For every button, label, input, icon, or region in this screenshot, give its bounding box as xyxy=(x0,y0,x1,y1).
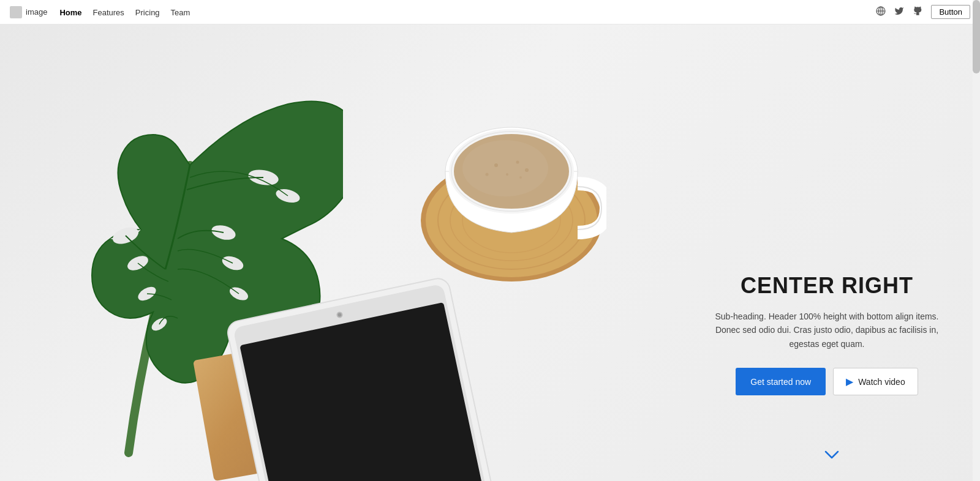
watch-video-label: Watch video xyxy=(858,377,905,387)
scrollbar-thumb[interactable] xyxy=(973,0,980,73)
svg-point-20 xyxy=(462,140,548,196)
hero-content: CENTER RIGHT Sub-heading. Header 100% he… xyxy=(710,273,943,395)
navbar-right: Button xyxy=(876,5,970,19)
play-icon: ▶ xyxy=(846,376,853,387)
watch-video-button[interactable]: ▶ Watch video xyxy=(833,368,918,395)
scroll-down-chevron[interactable] xyxy=(824,447,839,463)
globe-icon[interactable] xyxy=(876,6,886,18)
github-icon[interactable] xyxy=(913,6,922,18)
svg-point-25 xyxy=(486,173,489,176)
nav-item-home[interactable]: Home xyxy=(59,7,81,18)
brand-text: image xyxy=(26,7,47,17)
navbar: image Home Features Pricing Team xyxy=(0,0,980,24)
svg-point-23 xyxy=(506,173,508,176)
hero-subtitle: Sub-heading. Header 100% height with bot… xyxy=(710,310,943,351)
brand[interactable]: image xyxy=(10,6,47,18)
hero-section: CENTER RIGHT Sub-heading. Header 100% he… xyxy=(0,24,980,481)
brand-logo xyxy=(10,6,22,18)
hero-buttons: Get started now ▶ Watch video xyxy=(710,368,943,395)
svg-point-24 xyxy=(525,168,529,172)
twitter-icon[interactable] xyxy=(894,6,904,18)
nav-item-team[interactable]: Team xyxy=(171,7,190,18)
scrollbar-track xyxy=(973,0,980,481)
nav-link-team[interactable]: Team xyxy=(171,8,190,17)
svg-point-22 xyxy=(516,161,519,164)
nav-item-pricing[interactable]: Pricing xyxy=(135,7,160,18)
coffee-cup xyxy=(417,86,606,294)
hero-title: CENTER RIGHT xyxy=(710,273,943,299)
nav-link-features[interactable]: Features xyxy=(93,8,124,17)
get-started-button[interactable]: Get started now xyxy=(736,368,826,395)
nav-cta-button[interactable]: Button xyxy=(931,5,970,19)
nav-link-pricing[interactable]: Pricing xyxy=(135,8,160,17)
svg-point-26 xyxy=(519,176,522,179)
svg-point-21 xyxy=(494,163,498,167)
nav-menu: Home Features Pricing Team xyxy=(59,7,190,18)
nav-item-features[interactable]: Features xyxy=(93,7,124,18)
nav-link-home[interactable]: Home xyxy=(59,8,81,17)
